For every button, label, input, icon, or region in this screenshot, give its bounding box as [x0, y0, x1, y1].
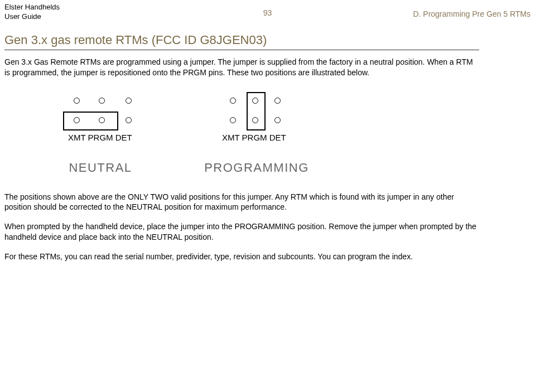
pin-icon — [126, 98, 132, 104]
pin-icon — [252, 98, 258, 104]
intro-paragraph: Gen 3.x Gas Remote RTMs are programmed u… — [4, 57, 479, 78]
jumper-neutral-icon — [63, 112, 118, 130]
capabilities-paragraph: For these RTMs, you can read the serial … — [4, 251, 479, 262]
pin-icon — [274, 98, 281, 104]
neutral-caption: NEUTRAL — [45, 161, 156, 175]
pin-icon — [99, 117, 105, 123]
programming-caption: PROGRAMMING — [201, 161, 312, 175]
pin-icon — [126, 117, 132, 123]
programming-pin-area: XMT PRGM DET — [201, 89, 312, 151]
pin-icon — [230, 117, 236, 123]
pin-icon — [230, 98, 236, 104]
pin-icon — [74, 98, 80, 104]
header-left-block: Elster Handhelds User Guide — [4, 3, 60, 22]
guide-label: User Guide — [4, 12, 60, 22]
title-underline — [4, 50, 479, 50]
neutral-pin-area: XMT PRGM DET — [45, 89, 156, 151]
page-header: Elster Handhelds User Guide 93 D. Progra… — [0, 0, 535, 22]
pin-icon — [274, 117, 281, 123]
programming-diagram: XMT PRGM DET PROGRAMMING — [201, 89, 312, 175]
section-label: D. Programming Pre Gen 5 RTMs — [413, 3, 531, 18]
pin-labels-text: XMT PRGM DET — [68, 133, 132, 142]
product-name: Elster Handhelds — [4, 3, 60, 12]
pin-icon — [252, 117, 258, 123]
pin-labels-text: XMT PRGM DET — [222, 133, 286, 142]
neutral-diagram: XMT PRGM DET NEUTRAL — [45, 89, 156, 175]
pin-icon — [99, 98, 105, 104]
programming-instruction-paragraph: When prompted by the handheld device, pl… — [4, 221, 479, 243]
jumper-diagram: XMT PRGM DET NEUTRAL XMT PRGM DET PROGRA… — [45, 89, 535, 175]
section-title: Gen 3.x gas remote RTMs (FCC ID G8JGEN03… — [4, 33, 531, 47]
positions-note-paragraph: The positions shown above are the ONLY T… — [4, 192, 479, 213]
pin-icon — [74, 117, 80, 123]
page-number: 93 — [263, 8, 272, 17]
